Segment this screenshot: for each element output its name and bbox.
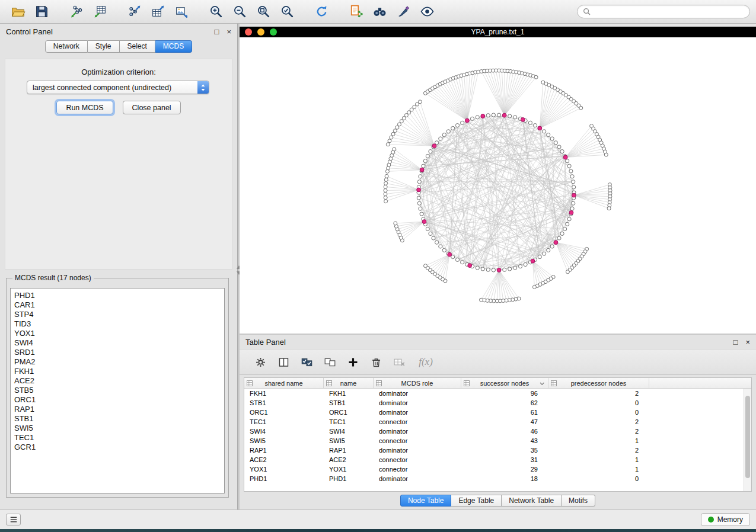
function-builder-button[interactable]: f(x) [417, 353, 435, 371]
tab-node-table[interactable]: Node Table [400, 495, 452, 507]
network-canvas[interactable] [240, 37, 756, 334]
zoom-out-icon [232, 4, 247, 19]
optimization-criterion-select[interactable]: largest connected component (undirected) [27, 81, 209, 94]
tab-motifs[interactable]: Motifs [562, 495, 595, 507]
zoom-fit-button[interactable] [251, 2, 275, 22]
mcds-result-item[interactable]: SRD1 [14, 348, 221, 357]
mcds-result-item[interactable]: ACE2 [14, 376, 221, 386]
network-graph[interactable] [240, 37, 756, 334]
search-network-button[interactable] [368, 2, 391, 22]
mcds-result-item[interactable]: STB1 [14, 414, 221, 424]
show-hide-button[interactable] [415, 2, 439, 22]
maximize-window-button[interactable] [270, 28, 277, 36]
table-row[interactable]: PHD1PHD1dominator180 [244, 474, 751, 483]
attribute-icon [326, 380, 332, 386]
mcds-result-item[interactable]: RAP1 [14, 405, 221, 414]
tab-network[interactable]: Network [45, 40, 88, 53]
table-row[interactable]: FKH1FKH1dominator962 [244, 389, 751, 398]
column-header-shared-name[interactable]: shared name [244, 378, 324, 388]
table-row[interactable]: ORC1ORC1dominator610 [244, 408, 751, 417]
mcds-result-item[interactable]: PMA2 [14, 357, 221, 367]
close-panel-icon[interactable]: × [227, 28, 231, 36]
clear-button[interactable] [390, 353, 408, 371]
table-row[interactable]: STB1STB1dominator620 [244, 398, 751, 408]
cell-mcds-role: dominator [374, 399, 461, 406]
status-menu-button[interactable] [6, 514, 21, 525]
style-icon [396, 4, 411, 19]
close-window-button[interactable] [245, 28, 252, 36]
control-panel-title: Control Panel [6, 27, 53, 36]
mcds-result-item[interactable]: SWI4 [14, 338, 221, 348]
search-input[interactable] [594, 8, 744, 16]
table-row[interactable]: RAP1RAP1dominator352 [244, 446, 751, 455]
refresh-button[interactable] [310, 2, 333, 22]
open-button[interactable] [6, 2, 30, 22]
table-row[interactable]: ACE2ACE2connector311 [244, 455, 751, 464]
mcds-result-item[interactable]: TEC1 [14, 433, 221, 443]
mcds-result-item[interactable]: GCR1 [14, 443, 221, 452]
search-field[interactable] [577, 5, 750, 18]
import-network-button[interactable] [64, 2, 88, 22]
cell-predecessor-nodes: 2 [548, 418, 649, 425]
table-scrollbar-thumb[interactable] [745, 396, 750, 477]
mcds-result-list[interactable]: PHD1CAR1STP4TID3YOX1SWI4SRD1PMA2FKH1ACE2… [10, 288, 225, 493]
mcds-result-item[interactable]: STB5 [14, 386, 221, 395]
network-titlebar[interactable]: YPA_prune.txt_1 [240, 27, 756, 37]
attribute-icon [551, 380, 557, 386]
tab-mcds[interactable]: MCDS [155, 40, 192, 53]
mcds-result-item[interactable]: PHD1 [14, 291, 221, 300]
cell-successor-nodes: 61 [461, 409, 548, 416]
float-panel-icon[interactable]: □ [215, 28, 219, 36]
cell-shared-name: SWI5 [244, 437, 324, 444]
table-row[interactable]: YOX1YOX1connector291 [244, 464, 751, 474]
import-table-button[interactable] [88, 2, 111, 22]
close-table-panel-icon[interactable]: × [745, 338, 750, 346]
mcds-result-item[interactable]: CAR1 [14, 300, 221, 310]
run-mcds-button[interactable]: Run MCDS [56, 101, 113, 114]
zoom-selected-button[interactable] [275, 2, 299, 22]
mcds-result-item[interactable]: SWI5 [14, 424, 221, 433]
split-columns-button[interactable] [275, 353, 292, 371]
table-settings-button[interactable] [251, 353, 269, 371]
tab-style[interactable]: Style [88, 40, 120, 53]
delete-button[interactable] [367, 353, 385, 371]
copy-share-button[interactable] [344, 2, 368, 22]
close-panel-button[interactable]: Close panel [123, 101, 181, 114]
save-button[interactable] [30, 2, 53, 22]
table-row[interactable]: SWI5SWI5connector431 [244, 436, 751, 446]
export-network-button[interactable] [122, 2, 146, 22]
export-image-button[interactable] [170, 2, 193, 22]
zoom-in-button[interactable] [204, 2, 228, 22]
select-all-button[interactable] [298, 353, 315, 371]
table-panel: Table Panel □ × f(x) shared namenameMCDS… [240, 335, 756, 509]
export-table-icon [151, 4, 165, 19]
split-columns-icon [277, 356, 290, 368]
export-table-button[interactable] [146, 2, 170, 22]
tab-network-table[interactable]: Network Table [502, 495, 562, 507]
table-scrollbar[interactable] [744, 389, 751, 491]
column-header-mcds-role[interactable]: MCDS role [374, 378, 461, 388]
memory-button[interactable]: Memory [701, 513, 750, 526]
search-network-icon [372, 4, 387, 19]
mcds-result-item[interactable]: FKH1 [14, 367, 221, 376]
mcds-result-item[interactable]: TID3 [14, 319, 221, 329]
zoom-out-button[interactable] [228, 2, 251, 22]
mcds-result-item[interactable]: STP4 [14, 310, 221, 319]
table-row[interactable]: TEC1TEC1connector472 [244, 417, 751, 427]
cell-predecessor-nodes: 2 [548, 447, 649, 454]
column-header-successor-nodes[interactable]: successor nodes [461, 378, 548, 388]
cell-successor-nodes: 29 [461, 466, 548, 473]
mcds-result-item[interactable]: ORC1 [14, 395, 221, 405]
style-button[interactable] [391, 2, 415, 22]
mcds-result-item[interactable]: YOX1 [14, 329, 221, 338]
float-table-panel-icon[interactable]: □ [733, 338, 738, 346]
column-header-predecessor-nodes[interactable]: predecessor nodes [548, 378, 649, 388]
deselect-all-button[interactable] [321, 353, 339, 371]
table-toolbar: f(x) [240, 349, 756, 375]
tab-select[interactable]: Select [120, 40, 155, 53]
add-button[interactable] [344, 353, 362, 371]
table-row[interactable]: SWI4SWI4dominator462 [244, 427, 751, 436]
column-header-name[interactable]: name [324, 378, 374, 388]
minimize-window-button[interactable] [257, 28, 264, 36]
tab-edge-table[interactable]: Edge Table [451, 495, 502, 507]
